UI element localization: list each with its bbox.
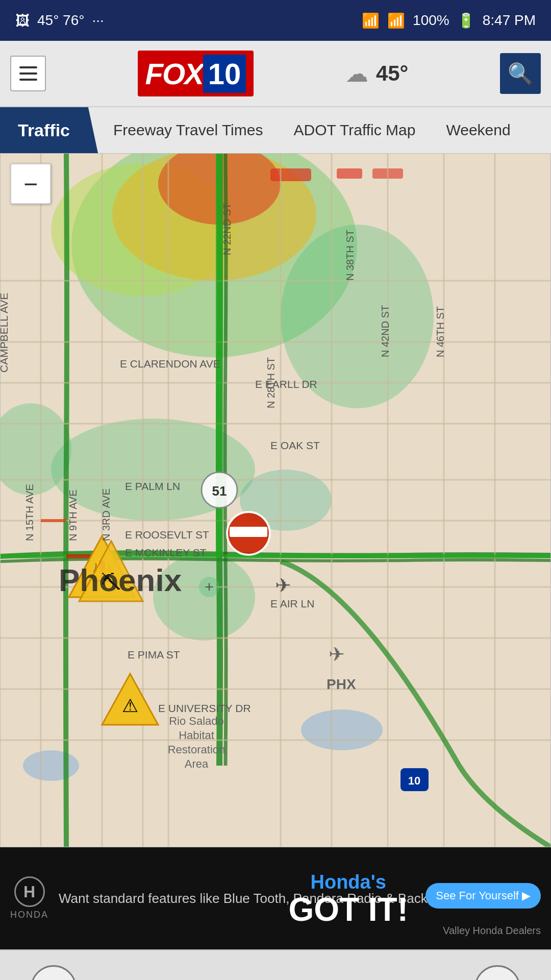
svg-text:E MCKINLEY ST: E MCKINLEY ST bbox=[125, 547, 207, 558]
temperature-display: 45° bbox=[376, 61, 409, 86]
menu-button[interactable] bbox=[10, 56, 46, 91]
map-container[interactable]: 51 10 ✈ ✈ ⚠ 🦺 ⛏ ⚠ CAMPBELL AVE E CLAREND… bbox=[0, 153, 551, 847]
svg-text:N 9TH AVE: N 9TH AVE bbox=[67, 489, 79, 541]
svg-point-14 bbox=[23, 750, 79, 781]
battery-icon: 🔋 bbox=[457, 12, 475, 29]
svg-text:E PALM LN: E PALM LN bbox=[125, 480, 180, 492]
ad-banner: H HONDA Want standard features like Blue… bbox=[0, 847, 551, 949]
svg-text:N 3RD AVE: N 3RD AVE bbox=[101, 488, 112, 541]
svg-text:✈: ✈ bbox=[329, 644, 345, 665]
hamburger-line-2 bbox=[19, 72, 37, 75]
fox10-logo[interactable]: FOX 10 bbox=[138, 51, 254, 96]
svg-text:E ROOSEVLT ST: E ROOSEVLT ST bbox=[125, 529, 209, 541]
adot-traffic-map-link[interactable]: ADOT Traffic Map bbox=[288, 121, 420, 139]
svg-rect-44 bbox=[230, 527, 267, 537]
clock: 8:47 PM bbox=[483, 12, 536, 29]
weather-area: ☁ 45° bbox=[345, 60, 409, 87]
back-button[interactable]: ‹ bbox=[31, 965, 77, 980]
svg-text:51: 51 bbox=[212, 483, 227, 499]
header: FOX 10 ☁ 45° 🔍 bbox=[0, 41, 551, 107]
honda-h-logo: H bbox=[14, 876, 45, 907]
ten-text: 10 bbox=[208, 57, 241, 90]
signal-icon: 📶 bbox=[387, 12, 405, 29]
svg-rect-5 bbox=[270, 168, 311, 181]
svg-rect-6 bbox=[337, 168, 362, 179]
honda-brand-top: Honda's bbox=[310, 871, 386, 893]
svg-text:E CLARENDON AVE: E CLARENDON AVE bbox=[120, 358, 220, 370]
weekend-link[interactable]: Weekend bbox=[441, 121, 515, 139]
svg-text:N 42ND ST: N 42ND ST bbox=[380, 305, 391, 357]
svg-text:E EARLL DR: E EARLL DR bbox=[255, 378, 317, 390]
status-right: 📶 📶 100% 🔋 8:47 PM bbox=[362, 12, 536, 29]
freeway-travel-times-link[interactable]: Freeway Travel Times bbox=[108, 121, 268, 139]
svg-text:10: 10 bbox=[408, 774, 420, 787]
map-center-marker: + bbox=[199, 577, 219, 597]
zoom-out-button[interactable]: − bbox=[10, 163, 51, 204]
honda-brand-label: HONDA bbox=[10, 910, 48, 920]
forward-arrow-icon: › bbox=[494, 977, 500, 981]
traffic-label: Traffic bbox=[18, 120, 70, 140]
more-icon: ··· bbox=[92, 12, 104, 29]
svg-text:E OAK ST: E OAK ST bbox=[270, 439, 320, 451]
nav-bar: Traffic Freeway Travel Times ADOT Traffi… bbox=[0, 107, 551, 153]
svg-text:Restoration: Restoration bbox=[168, 743, 226, 756]
svg-text:N 38TH ST: N 38TH ST bbox=[344, 230, 356, 281]
svg-text:Phoenix: Phoenix bbox=[59, 562, 182, 598]
minus-icon: − bbox=[23, 170, 38, 198]
traffic-map: 51 10 ✈ ✈ ⚠ 🦺 ⛏ ⚠ CAMPBELL AVE E CLAREND… bbox=[0, 153, 551, 847]
bottom-nav: ‹ › bbox=[0, 949, 551, 980]
svg-text:E AIR LN: E AIR LN bbox=[270, 598, 314, 609]
ten-box: 10 bbox=[203, 55, 246, 93]
svg-point-13 bbox=[301, 709, 383, 750]
honda-got-it: Honda's GOT IT! bbox=[288, 847, 408, 949]
status-left: 🖼 45° 76° ··· bbox=[15, 12, 104, 29]
traffic-tab[interactable]: Traffic bbox=[0, 107, 98, 153]
back-arrow-icon: ‹ bbox=[50, 977, 57, 981]
svg-text:⚠: ⚠ bbox=[122, 695, 138, 716]
honda-brand-bottom: GOT IT! bbox=[288, 893, 408, 926]
temperature-range: 45° 76° bbox=[37, 12, 84, 29]
search-icon: 🔍 bbox=[508, 62, 533, 86]
svg-text:CAMPBELL AVE: CAMPBELL AVE bbox=[0, 293, 10, 373]
svg-text:N 22ND ST: N 22ND ST bbox=[221, 203, 233, 255]
honda-logo-area: H HONDA bbox=[10, 876, 48, 920]
valley-honda-label: Valley Honda Dealers bbox=[443, 925, 541, 937]
battery-percent: 100% bbox=[413, 12, 449, 29]
hamburger-line-1 bbox=[19, 66, 37, 68]
svg-text:N 15TH AVE: N 15TH AVE bbox=[24, 484, 35, 541]
svg-text:Habitat: Habitat bbox=[179, 729, 214, 742]
forward-button[interactable]: › bbox=[474, 965, 520, 980]
svg-text:E PIMA ST: E PIMA ST bbox=[128, 649, 180, 660]
cloud-icon: ☁ bbox=[345, 60, 368, 87]
nav-items: Freeway Travel Times ADOT Traffic Map We… bbox=[98, 107, 516, 153]
search-button[interactable]: 🔍 bbox=[500, 53, 541, 94]
svg-text:✈: ✈ bbox=[275, 575, 291, 596]
wifi-icon: 📶 bbox=[362, 12, 380, 29]
svg-text:E UNIVERSITY DR: E UNIVERSITY DR bbox=[158, 702, 251, 714]
svg-text:N 28TH ST: N 28TH ST bbox=[265, 357, 277, 408]
fox-text: FOX bbox=[145, 57, 203, 91]
svg-text:N 46TH ST: N 46TH ST bbox=[435, 306, 446, 357]
see-for-yourself-button[interactable]: See For Yourself ▶ bbox=[425, 883, 541, 909]
photo-icon: 🖼 bbox=[15, 12, 30, 29]
svg-text:PHX: PHX bbox=[327, 676, 356, 692]
svg-text:Area: Area bbox=[185, 757, 209, 770]
hamburger-line-3 bbox=[19, 79, 37, 81]
status-bar: 🖼 45° 76° ··· 📶 📶 100% 🔋 8:47 PM bbox=[0, 0, 551, 41]
svg-text:Rio Salado: Rio Salado bbox=[169, 715, 224, 727]
